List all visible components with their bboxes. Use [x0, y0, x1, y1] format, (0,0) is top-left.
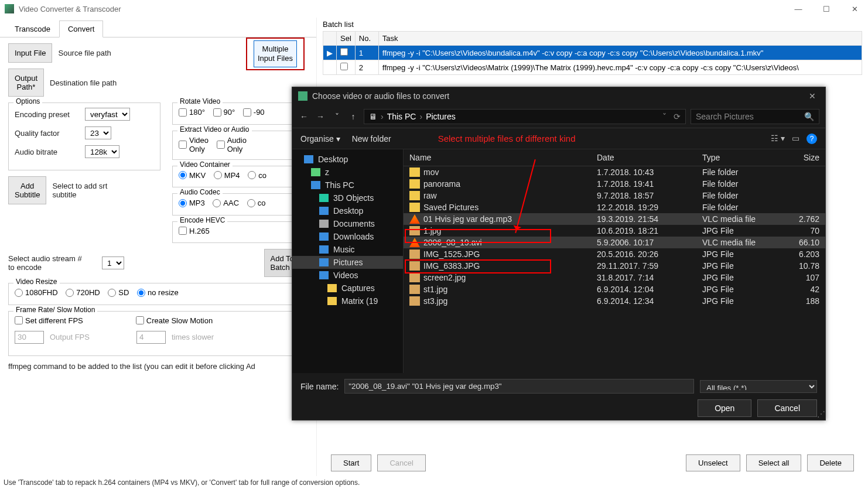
slow-input[interactable]	[136, 331, 166, 344]
col-size[interactable]: Size	[784, 153, 819, 162]
organise-menu[interactable]: Organise ▾	[300, 134, 340, 143]
file-row[interactable]: 01 Hvis jeg var deg.mp319.3.2019. 21:54V…	[404, 213, 825, 225]
batch-row[interactable]: ▶1ffmpeg -y -i "C:\Users\z\Videos\bundal…	[323, 46, 862, 60]
file-row[interactable]: st1.jpg6.9.2014. 12:04JPG File42	[404, 283, 825, 295]
audio-stream-label: Select audio stream # to encode	[8, 254, 96, 272]
bc-pictures[interactable]: Pictures	[426, 112, 456, 121]
nav-back-icon[interactable]: ←	[298, 112, 310, 121]
nav-up-icon[interactable]: ↑	[347, 112, 359, 121]
col-type[interactable]: Type	[702, 153, 784, 162]
multiple-input-button[interactable]: Multiple Input Files	[254, 40, 297, 67]
container-copy-radio[interactable]: co	[248, 171, 266, 180]
fps-title: Frame Rate/ Slow Motion	[13, 306, 97, 314]
encoding-preset-select[interactable]: veryfast	[85, 108, 130, 121]
resize-none-radio[interactable]: no resize	[137, 288, 179, 297]
resize-grip-icon[interactable]: ⋰	[817, 409, 824, 419]
bc-this-pc[interactable]: This PC	[387, 112, 416, 121]
add-subtitle-button[interactable]: Add Subtitle	[8, 176, 46, 204]
file-row[interactable]: Saved Pictures12.2.2018. 19:29File folde…	[404, 201, 825, 213]
file-row[interactable]: 1.jpg10.6.2019. 18:21JPG File70	[404, 225, 825, 237]
maximize-button[interactable]: ☐	[818, 5, 835, 13]
refresh-icon[interactable]: ⟳	[674, 112, 681, 121]
cancel-button[interactable]: Cancel	[377, 454, 425, 471]
folder-tree[interactable]: DesktopzThis PC3D ObjectsDesktopDocument…	[292, 149, 404, 373]
rotate-90-check[interactable]: 90°	[213, 108, 235, 117]
select-all-button[interactable]: Select all	[746, 454, 802, 471]
resize-sd-radio[interactable]: SD	[108, 288, 129, 297]
help-icon[interactable]: ?	[807, 134, 817, 144]
tree-item[interactable]: Videos	[292, 269, 403, 282]
batch-row[interactable]: 2ffmpeg -y -i "C:\Users\z\Videos\Matrix …	[323, 60, 862, 75]
set-fps-check[interactable]: Set different FPS	[15, 316, 83, 325]
container-mkv-radio[interactable]: MKV	[179, 171, 206, 180]
tree-item[interactable]: Desktop	[292, 204, 403, 217]
file-row[interactable]: raw9.7.2018. 18:57File folder	[404, 190, 825, 201]
new-folder-button[interactable]: New folder	[352, 134, 391, 143]
bc-dropdown-icon[interactable]: ˅	[662, 112, 667, 121]
search-input[interactable]: Search Pictures 🔍	[691, 109, 819, 124]
tab-convert[interactable]: Convert	[59, 20, 104, 37]
col-name[interactable]: Name	[409, 153, 597, 162]
row-checkbox[interactable]	[340, 63, 348, 70]
video-only-check[interactable]: Video Only	[179, 136, 209, 153]
file-row[interactable]: panorama1.7.2018. 19:41File folder	[404, 178, 825, 190]
view-list-icon[interactable]: ☷ ▾	[771, 134, 785, 144]
tree-item[interactable]: Pictures	[292, 256, 403, 269]
resize-1080-radio[interactable]: 1080FHD	[15, 288, 58, 297]
dialog-close-button[interactable]: ✕	[805, 91, 819, 101]
main-tabs: Transcode Convert	[0, 20, 316, 37]
acodec-copy-radio[interactable]: co	[247, 199, 266, 207]
acodec-mp3-radio[interactable]: MP3	[179, 199, 205, 207]
minimize-button[interactable]: —	[790, 5, 807, 13]
tree-item[interactable]: 3D Objects	[292, 192, 403, 204]
file-row[interactable]: IMG_6383.JPG29.11.2017. 7:59JPG File10.7…	[404, 260, 825, 272]
open-button[interactable]: Open	[698, 399, 751, 417]
tree-item[interactable]: Captures	[292, 282, 403, 295]
view-preview-icon[interactable]: ▭	[792, 134, 799, 144]
folder-icon	[409, 179, 420, 189]
start-button[interactable]: Start	[331, 454, 371, 471]
file-filter-select[interactable]: All files (*.*)	[700, 380, 817, 393]
rotate-180-check[interactable]: 180°	[179, 108, 205, 117]
audio-only-check[interactable]: Audio Only	[217, 136, 247, 153]
tree-item[interactable]: Desktop	[292, 153, 403, 166]
fps-input[interactable]	[15, 331, 44, 344]
file-row[interactable]: st3.jpg6.9.2014. 12:34JPG File188	[404, 295, 825, 307]
row-checkbox[interactable]	[340, 48, 348, 56]
file-row[interactable]: mov1.7.2018. 10:43File folder	[404, 166, 825, 178]
acodec-aac-radio[interactable]: AAC	[213, 199, 239, 207]
h265-check[interactable]: H.265	[179, 227, 210, 235]
quality-select[interactable]: 23	[85, 126, 111, 139]
dialog-cancel-button[interactable]: Cancel	[757, 399, 817, 417]
nav-dropdown-icon[interactable]: ˅	[331, 112, 343, 121]
close-button[interactable]: ✕	[846, 5, 863, 13]
rotate-title: Rotate Video	[177, 97, 223, 105]
audio-stream-select[interactable]: 1	[102, 257, 124, 269]
vlc-icon	[409, 238, 420, 247]
tab-transcode[interactable]: Transcode	[6, 20, 59, 37]
rotate-m90-check[interactable]: -90	[243, 108, 265, 117]
file-row[interactable]: IMG_1525.JPG20.5.2016. 20:26JPG File6.20…	[404, 248, 825, 260]
nav-fwd-icon[interactable]: →	[315, 112, 326, 121]
tree-item[interactable]: Documents	[292, 217, 403, 230]
input-file-button[interactable]: Input File	[8, 43, 52, 63]
filename-input[interactable]	[344, 379, 694, 394]
col-date[interactable]: Date	[597, 153, 702, 162]
breadcrumb[interactable]: 🖥› This PC› Pictures ˅ ⟳	[364, 109, 686, 124]
create-slow-check[interactable]: Create Slow Motion	[136, 316, 213, 325]
file-row[interactable]: 2006_08_19.avi5.9.2006. 10:17VLC media f…	[404, 237, 825, 248]
resize-720-radio[interactable]: 720HD	[66, 288, 100, 297]
tree-item[interactable]: This PC	[292, 179, 403, 192]
container-mp4-radio[interactable]: MP4	[214, 171, 240, 180]
delete-button[interactable]: Delete	[807, 454, 854, 471]
tree-item[interactable]: Matrix (19	[292, 295, 403, 307]
audio-bitrate-select[interactable]: 128k	[85, 145, 119, 158]
tree-item[interactable]: Downloads	[292, 230, 403, 243]
extract-title: Extract Video or Audio	[177, 125, 252, 134]
file-row[interactable]: screen2.jpg31.8.2017. 7:14JPG File107	[404, 272, 825, 283]
output-path-button[interactable]: Output Path*	[8, 69, 44, 97]
titlebar: Video Converter & Transcoder — ☐ ✕	[0, 0, 868, 18]
tree-item[interactable]: Music	[292, 243, 403, 256]
tree-item[interactable]: z	[292, 166, 403, 179]
unselect-button[interactable]: Unselect	[686, 454, 740, 471]
